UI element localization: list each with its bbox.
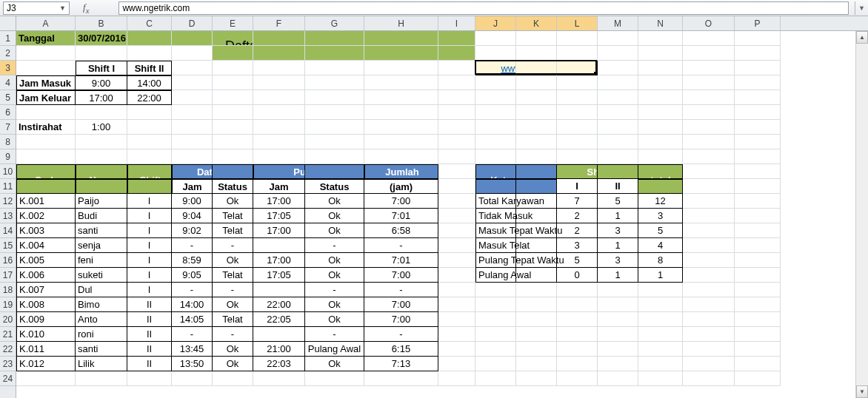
scroll-down-icon[interactable]: ▼ bbox=[856, 385, 868, 398]
summary-label[interactable]: Pulang Awal bbox=[475, 268, 516, 283]
table-cell[interactable]: santi bbox=[76, 223, 127, 238]
fx-icon[interactable]: fx bbox=[83, 1, 89, 15]
table-cell[interactable]: I bbox=[127, 209, 172, 223]
table-cell[interactable]: 9:04 bbox=[172, 209, 213, 223]
table-cell[interactable]: II bbox=[127, 357, 172, 371]
col-header-C[interactable]: C bbox=[127, 16, 172, 30]
row-header-17[interactable]: 17 bbox=[0, 268, 16, 283]
col-header-F[interactable]: F bbox=[253, 16, 305, 30]
row-header-15[interactable]: 15 bbox=[0, 238, 16, 253]
summary-value[interactable]: 3 bbox=[598, 253, 638, 268]
table-cell[interactable]: - bbox=[364, 238, 438, 253]
table-cell[interactable]: 9:05 bbox=[172, 268, 213, 283]
col-subheader-status-6[interactable]: Status bbox=[305, 179, 364, 194]
col-header-N[interactable]: N bbox=[638, 16, 683, 30]
row-header-7[interactable]: 7 bbox=[0, 120, 16, 135]
table-cell[interactable]: I bbox=[127, 268, 172, 283]
row-header-3[interactable]: 3 bbox=[0, 61, 16, 75]
table-cell[interactable]: K.002 bbox=[16, 209, 76, 223]
table-cell[interactable]: Budi bbox=[76, 209, 127, 223]
table-cell[interactable]: Ok bbox=[305, 297, 364, 312]
table-cell[interactable]: Ok bbox=[305, 312, 364, 327]
table-cell[interactable]: II bbox=[127, 312, 172, 327]
table-cell[interactable]: - bbox=[213, 327, 253, 342]
row-header-18[interactable]: 18 bbox=[0, 283, 16, 297]
table-cell[interactable]: 17:00 bbox=[253, 253, 305, 268]
table-cell[interactable]: II bbox=[127, 342, 172, 357]
col-header-J[interactable]: J bbox=[475, 16, 516, 30]
table-cell[interactable]: Lilik bbox=[76, 357, 127, 371]
col-header-G[interactable]: G bbox=[305, 16, 364, 30]
vertical-scrollbar[interactable]: ▲ ▼ bbox=[855, 31, 868, 398]
table-cell[interactable]: K.010 bbox=[16, 327, 76, 342]
row-header-16[interactable]: 16 bbox=[0, 253, 16, 268]
table-cell[interactable]: 21:00 bbox=[253, 342, 305, 357]
table-cell[interactable]: 8:59 bbox=[172, 253, 213, 268]
table-cell[interactable]: 17:00 bbox=[253, 194, 305, 209]
table-cell[interactable]: santi bbox=[76, 342, 127, 357]
table-cell[interactable]: - bbox=[172, 238, 213, 253]
table-cell[interactable]: - bbox=[364, 327, 438, 342]
col-header-D[interactable]: D bbox=[172, 16, 213, 30]
col-header-L[interactable]: L bbox=[557, 16, 598, 30]
table-cell[interactable]: K.001 bbox=[16, 194, 76, 209]
table-cell[interactable]: II bbox=[127, 297, 172, 312]
row-header-2[interactable]: 2 bbox=[0, 46, 16, 61]
row-header-11[interactable]: 11 bbox=[0, 179, 16, 194]
summary-value[interactable]: 2 bbox=[557, 223, 598, 238]
table-cell[interactable]: feni bbox=[76, 253, 127, 268]
summary-total[interactable]: 4 bbox=[638, 238, 683, 253]
col-header-H[interactable]: H bbox=[364, 16, 438, 30]
row-header-9[interactable]: 9 bbox=[0, 149, 16, 164]
table-cell[interactable]: Ok bbox=[305, 357, 364, 371]
table-cell[interactable]: senja bbox=[76, 238, 127, 253]
table-cell[interactable]: Ok bbox=[213, 253, 253, 268]
summary-label[interactable]: Tidak Masuk bbox=[475, 209, 516, 223]
table-cell[interactable]: K.005 bbox=[16, 253, 76, 268]
summary-value[interactable]: 7 bbox=[557, 194, 598, 209]
table-cell[interactable]: 22:05 bbox=[253, 312, 305, 327]
table-cell[interactable]: K.009 bbox=[16, 312, 76, 327]
col-subheader-jam-5[interactable]: Jam bbox=[253, 179, 305, 194]
cell-grid[interactable]: Tanggal30/07/2016Daftar absensi Karyawaa… bbox=[16, 31, 868, 398]
table-cell[interactable]: 7:01 bbox=[364, 209, 438, 223]
col-subheader-jam-3[interactable]: Jam bbox=[172, 179, 213, 194]
summary-value[interactable]: 5 bbox=[557, 253, 598, 268]
table-cell[interactable]: Pulang Awal bbox=[305, 342, 364, 357]
table-cell[interactable] bbox=[253, 238, 305, 253]
row-header-14[interactable]: 14 bbox=[0, 223, 16, 238]
col-header-A[interactable]: A bbox=[16, 16, 76, 30]
table-cell[interactable]: Ok bbox=[305, 194, 364, 209]
formula-bar[interactable]: www.ngetrik.com bbox=[118, 1, 849, 15]
table-cell[interactable]: K.011 bbox=[16, 342, 76, 357]
website-link[interactable]: www.ngetrik.com bbox=[476, 61, 516, 75]
table-cell[interactable]: - bbox=[172, 283, 213, 297]
summary-value[interactable]: 5 bbox=[598, 194, 638, 209]
table-cell[interactable]: Ok bbox=[213, 297, 253, 312]
table-cell[interactable]: K.006 bbox=[16, 268, 76, 283]
table-cell[interactable]: 7:00 bbox=[364, 297, 438, 312]
table-cell[interactable]: II bbox=[127, 327, 172, 342]
table-cell[interactable]: - bbox=[305, 238, 364, 253]
summary-total[interactable]: 8 bbox=[638, 253, 683, 268]
summary-value[interactable]: 1 bbox=[598, 238, 638, 253]
row-header-23[interactable]: 23 bbox=[0, 357, 16, 371]
row-header-20[interactable]: 20 bbox=[0, 312, 16, 327]
tanggal-value[interactable]: 30/07/2016 bbox=[76, 31, 127, 46]
table-cell[interactable]: Telat bbox=[213, 312, 253, 327]
select-all-corner[interactable] bbox=[0, 16, 16, 31]
tanggal-label[interactable]: Tanggal bbox=[16, 31, 76, 46]
row-header-13[interactable]: 13 bbox=[0, 209, 16, 223]
table-cell[interactable]: Ok bbox=[213, 194, 253, 209]
table-cell[interactable]: - bbox=[305, 283, 364, 297]
summary-value[interactable]: 2 bbox=[557, 209, 598, 223]
table-cell[interactable]: suketi bbox=[76, 268, 127, 283]
col-header-B[interactable]: B bbox=[76, 16, 127, 30]
table-cell[interactable]: - bbox=[364, 283, 438, 297]
table-cell[interactable]: I bbox=[127, 223, 172, 238]
table-cell[interactable]: I bbox=[127, 283, 172, 297]
summary-label[interactable]: Pulang Tepat Waktu bbox=[475, 253, 516, 268]
table-cell[interactable]: Telat bbox=[213, 209, 253, 223]
col-header-M[interactable]: M bbox=[598, 16, 638, 30]
table-cell[interactable]: Telat bbox=[213, 268, 253, 283]
